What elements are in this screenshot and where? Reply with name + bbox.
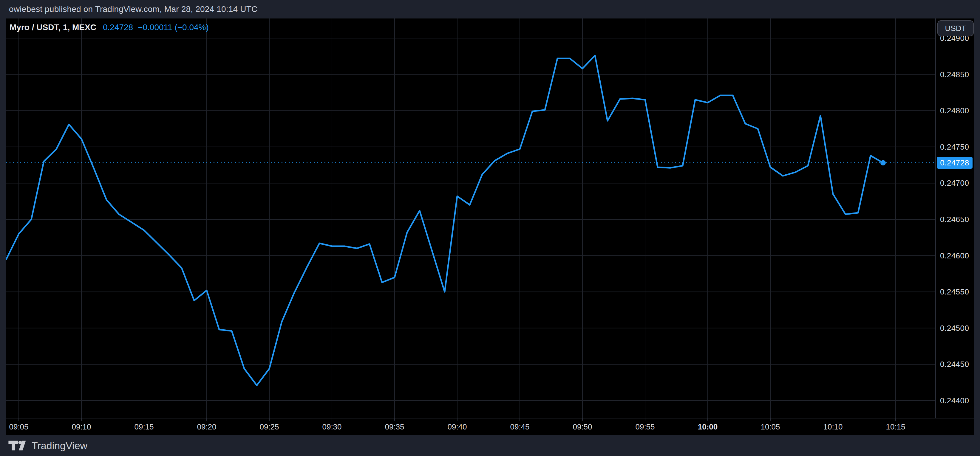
price-axis-label: 0.24550 [940, 287, 969, 297]
time-axis-label: 09:30 [322, 418, 342, 435]
chart-pane[interactable]: Myro / USDT, 1, MEXC0.24728−0.00011 (−0.… [6, 19, 935, 418]
publish-banner-text: owiebest published on TradingView.com, M… [9, 5, 258, 14]
time-axis-label: 10:10 [823, 418, 843, 435]
time-axis-label: 10:15 [886, 418, 905, 435]
price-axis-label: 0.24450 [940, 360, 969, 369]
price-axis[interactable]: USDT 0.249000.248500.248000.247500.24700… [935, 19, 974, 418]
price-line-chart [6, 19, 935, 418]
time-axis-label: 09:25 [259, 418, 279, 435]
price-axis-label: 0.24600 [940, 251, 969, 260]
price-axis-label: 0.24750 [940, 142, 969, 151]
price-axis-label: 0.24400 [940, 396, 969, 405]
price-axis-label: 0.24650 [940, 215, 969, 224]
chart-window: Myro / USDT, 1, MEXC0.24728−0.00011 (−0.… [0, 19, 980, 435]
time-axis-label: 09:10 [72, 418, 91, 435]
time-axis-label: 09:40 [447, 418, 467, 435]
symbol-title[interactable]: Myro / USDT, 1, MEXC [10, 23, 96, 32]
price-axis-label: 0.24850 [940, 70, 969, 79]
right-margin [974, 19, 980, 435]
price-change-value: −0.00011 (−0.04%) [138, 23, 209, 32]
last-price-dot [880, 160, 886, 165]
time-axis-label: 09:05 [9, 418, 28, 435]
tradingview-published-chart: { "banner": { "text": "owiebest publishe… [0, 0, 980, 456]
publish-banner: owiebest published on TradingView.com, M… [0, 0, 980, 19]
current-price-label: 0.24728 [937, 157, 972, 169]
price-axis-label: 0.24500 [940, 323, 969, 333]
time-axis-label: 10:05 [760, 418, 780, 435]
price-line [6, 56, 883, 385]
time-axis-label: 10:00 [698, 418, 718, 435]
time-axis-label: 09:50 [573, 418, 592, 435]
time-axis-label: 09:20 [197, 418, 216, 435]
current-price-text: 0.24728 [940, 158, 969, 167]
time-axis[interactable]: 09:0509:1009:1509:2009:2509:3009:3509:40… [6, 418, 974, 435]
tradingview-logo-icon[interactable] [8, 440, 27, 451]
price-axis-label: 0.24700 [940, 178, 969, 188]
time-axis-label: 09:15 [134, 418, 154, 435]
chart-legend: Myro / USDT, 1, MEXC0.24728−0.00011 (−0.… [10, 23, 209, 32]
left-margin [0, 19, 6, 435]
time-axis-label: 09:55 [635, 418, 655, 435]
time-axis-label: 09:35 [385, 418, 404, 435]
currency-toggle-button[interactable]: USDT [937, 20, 974, 37]
tradingview-brand-text[interactable]: TradingView [32, 440, 88, 451]
price-axis-label: 0.24800 [940, 106, 969, 115]
footer-bar: TradingView [0, 435, 980, 456]
time-axis-label: 09:45 [510, 418, 529, 435]
last-price-value: 0.24728 [103, 23, 133, 32]
